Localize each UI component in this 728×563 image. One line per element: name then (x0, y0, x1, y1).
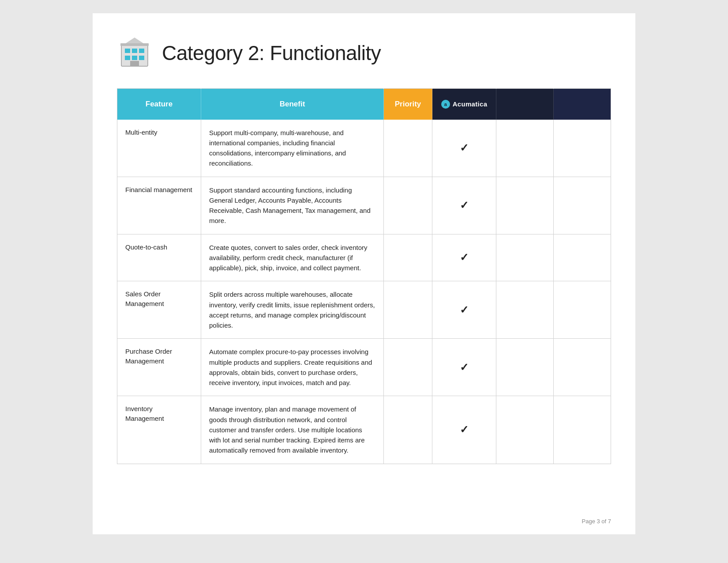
col-header-benefit: Benefit (201, 89, 384, 120)
page-number: Page 3 of 7 (582, 518, 612, 525)
cell-benefit: Create quotes, convert to sales order, c… (201, 234, 384, 281)
col-header-blank1 (496, 89, 554, 120)
table-row: Quote-to-cashCreate quotes, convert to s… (117, 234, 611, 281)
checkmark-icon: ✓ (460, 361, 469, 373)
table-row: Financial managementSupport standard acc… (117, 177, 611, 234)
checkmark-icon: ✓ (460, 199, 469, 211)
svg-rect-6 (139, 56, 144, 60)
table-row: Purchase Order ManagementAutomate comple… (117, 339, 611, 396)
cell-acumatica-check: ✓ (432, 234, 496, 281)
cell-acumatica-check: ✓ (432, 396, 496, 464)
page-container: Category 2: Functionality Feature Benefi… (93, 13, 635, 534)
col-header-feature: Feature (117, 89, 201, 120)
col-header-blank2 (554, 89, 611, 120)
cell-blank1 (496, 396, 554, 464)
svg-rect-8 (120, 43, 149, 46)
page-title: Category 2: Functionality (162, 41, 381, 65)
checkmark-icon: ✓ (460, 304, 469, 316)
cell-acumatica-check: ✓ (432, 339, 496, 396)
cell-feature: Inventory Management (117, 396, 201, 464)
cell-feature: Sales Order Management (117, 281, 201, 339)
checkmark-icon: ✓ (460, 142, 469, 154)
cell-blank1 (496, 120, 554, 177)
cell-blank2 (554, 120, 611, 177)
cell-benefit: Support standard accounting functions, i… (201, 177, 384, 234)
svg-rect-5 (132, 56, 137, 60)
cell-benefit: Manage inventory, plan and manage moveme… (201, 396, 384, 464)
svg-rect-7 (130, 61, 139, 66)
page-header: Category 2: Functionality (117, 35, 611, 71)
col-header-priority: Priority (384, 89, 432, 120)
table-row: Multi-entitySupport multi-company, multi… (117, 120, 611, 177)
cell-blank2 (554, 234, 611, 281)
cell-feature: Multi-entity (117, 120, 201, 177)
acumatica-logo-icon: a (441, 100, 450, 109)
cell-blank1 (496, 234, 554, 281)
cell-benefit: Split orders across multiple warehouses,… (201, 281, 384, 339)
comparison-table: Feature Benefit Priority a Acumatica Mul… (117, 88, 611, 464)
cell-blank2 (554, 339, 611, 396)
cell-benefit: Automate complex procure-to-pay processe… (201, 339, 384, 396)
checkmark-icon: ✓ (460, 423, 469, 435)
table-row: Inventory ManagementManage inventory, pl… (117, 396, 611, 464)
cell-blank2 (554, 281, 611, 339)
svg-marker-9 (126, 38, 143, 43)
cell-feature: Quote-to-cash (117, 234, 201, 281)
cell-acumatica-check: ✓ (432, 177, 496, 234)
svg-rect-2 (132, 49, 137, 53)
table-header-row: Feature Benefit Priority a Acumatica (117, 89, 611, 120)
cell-priority (384, 120, 432, 177)
table-row: Sales Order ManagementSplit orders acros… (117, 281, 611, 339)
cell-acumatica-check: ✓ (432, 120, 496, 177)
cell-blank2 (554, 177, 611, 234)
col-header-acumatica: a Acumatica (432, 89, 496, 120)
category-icon (117, 35, 152, 71)
cell-blank1 (496, 177, 554, 234)
svg-rect-1 (125, 49, 130, 53)
svg-rect-4 (125, 56, 130, 60)
cell-blank1 (496, 339, 554, 396)
cell-priority (384, 396, 432, 464)
cell-benefit: Support multi-company, multi-warehouse, … (201, 120, 384, 177)
checkmark-icon: ✓ (460, 251, 469, 263)
cell-blank1 (496, 281, 554, 339)
cell-priority (384, 234, 432, 281)
cell-blank2 (554, 396, 611, 464)
cell-priority (384, 281, 432, 339)
cell-feature: Financial management (117, 177, 201, 234)
cell-acumatica-check: ✓ (432, 281, 496, 339)
acumatica-logo-label: Acumatica (453, 100, 488, 108)
acumatica-logo: a Acumatica (439, 100, 490, 109)
cell-priority (384, 177, 432, 234)
cell-feature: Purchase Order Management (117, 339, 201, 396)
cell-priority (384, 339, 432, 396)
svg-rect-3 (139, 49, 144, 53)
